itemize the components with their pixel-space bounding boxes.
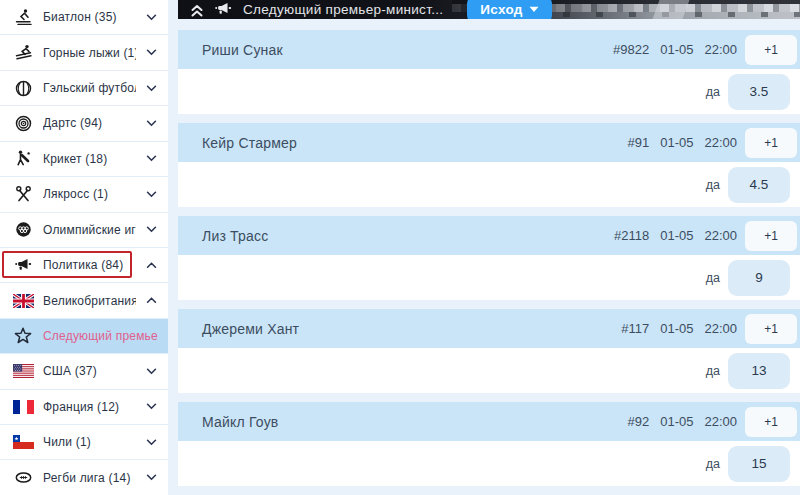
sidebar-item-label: Гэльский футбол (4) <box>43 81 136 95</box>
sidebar-item-label: США (37) <box>43 364 136 378</box>
odds-button[interactable]: 9 <box>728 260 790 296</box>
odds-row: да 9 <box>178 255 800 300</box>
chevron-up-icon[interactable] <box>145 262 158 269</box>
sidebar-item-darts[interactable]: Дартс (94) <box>0 106 168 141</box>
chevron-up-icon[interactable] <box>145 297 158 304</box>
sidebar-item-label: Дартс (94) <box>43 116 136 130</box>
more-markets-button[interactable]: +1 <box>745 314 797 344</box>
chile-flag-icon <box>12 435 34 449</box>
france-flag-icon <box>12 400 34 414</box>
candidate-name: Лиз Трасс <box>202 228 614 244</box>
megaphone-icon <box>12 256 34 275</box>
dropdown-arrow-icon <box>529 6 539 13</box>
megaphone-icon <box>214 0 233 19</box>
sidebar-item-label: Политика (84) <box>43 258 136 272</box>
market-rows: Риши Сунак #9822 01-05 22:00 +1 да 3.5 К… <box>178 19 800 495</box>
sidebar-item-label: Чили (1) <box>43 435 136 449</box>
sidebar-item-label: Олимпийские игр... <box>43 223 136 237</box>
event-id: #91 <box>628 135 650 150</box>
event-date: 01-05 <box>660 42 693 57</box>
odds-row: да 15 <box>178 441 800 486</box>
sidebar-item-label: Лякросс (1) <box>43 187 136 201</box>
chevron-down-icon[interactable] <box>145 155 158 162</box>
candidate-name: Кейр Стармер <box>202 135 628 151</box>
event-id: #117 <box>621 321 649 336</box>
sidebar-item-gaelic-football[interactable]: Гэльский футбол (4) <box>0 71 168 106</box>
sidebar-item-label: Горные лыжи (1) <box>43 46 136 60</box>
outcome-dropdown-button[interactable]: Исход <box>467 0 551 19</box>
sidebar-item-cricket[interactable]: Крикет (18) <box>0 142 168 177</box>
sidebar-item-label: Франция (12) <box>43 400 136 414</box>
event-date: 01-05 <box>660 414 693 429</box>
event-date: 01-05 <box>660 228 693 243</box>
chevron-down-icon[interactable] <box>145 14 158 21</box>
chevron-down-icon[interactable] <box>145 403 158 410</box>
sidebar-item-chile[interactable]: Чили (1) <box>0 425 168 460</box>
collapse-all-icon[interactable] <box>190 3 204 17</box>
candidate-block: Лиз Трасс #2118 01-05 22:00 +1 да 9 <box>178 216 800 300</box>
candidate-name: Джереми Хант <box>202 321 621 337</box>
candidate-header-row: Риши Сунак #9822 01-05 22:00 +1 <box>178 30 800 69</box>
odds-row: да 3.5 <box>178 69 800 114</box>
darts-icon <box>12 114 34 133</box>
alpine-skiing-icon <box>12 43 34 62</box>
candidate-header-row: Джереми Хант #117 01-05 22:00 +1 <box>178 309 800 348</box>
market-header-bar: Следующий премьер-минист... Исход <box>178 0 800 19</box>
chevron-down-icon[interactable] <box>145 368 158 375</box>
cricket-icon <box>12 149 34 168</box>
sidebar-item-politics[interactable]: Политика (84) <box>0 248 168 283</box>
sidebar-item-next-prime-minister[interactable]: Следующий премьер... <box>0 319 168 354</box>
rugby-ball-icon <box>12 468 34 487</box>
sports-sidebar: Биатлон (35) Горные лыжи (1) Гэльский фу… <box>0 0 168 495</box>
outcome-dropdown-label: Исход <box>480 2 522 17</box>
event-time: 22:00 <box>704 42 737 57</box>
sidebar-item-alpine-skiing[interactable]: Горные лыжи (1) <box>0 35 168 70</box>
star-icon <box>12 326 34 346</box>
more-markets-button[interactable]: +1 <box>745 407 797 437</box>
event-date: 01-05 <box>660 321 693 336</box>
sidebar-item-label: Следующий премьер... <box>43 329 158 343</box>
more-markets-button[interactable]: +1 <box>745 128 797 158</box>
more-markets-button[interactable]: +1 <box>745 221 797 251</box>
candidate-block: Кейр Стармер #91 01-05 22:00 +1 да 4.5 <box>178 123 800 207</box>
sidebar-item-rugby-league[interactable]: Регби лига (14) <box>0 460 168 494</box>
sidebar-item-usa[interactable]: США (37) <box>0 354 168 389</box>
sidebar-item-label: Регби лига (14) <box>43 471 136 485</box>
candidate-block: Джереми Хант #117 01-05 22:00 +1 да 13 <box>178 309 800 393</box>
event-id: #92 <box>628 414 650 429</box>
sidebar-item-united-kingdom[interactable]: Великобритания (... <box>0 283 168 318</box>
odds-button[interactable]: 15 <box>728 446 790 482</box>
odds-button[interactable]: 3.5 <box>728 74 790 110</box>
event-id: #9822 <box>613 42 649 57</box>
candidate-block: Майкл Гоув #92 01-05 22:00 +1 да 15 <box>178 402 800 486</box>
sidebar-main-divider <box>168 0 178 495</box>
app-window: Биатлон (35) Горные лыжи (1) Гэльский фу… <box>0 0 800 495</box>
odds-button[interactable]: 4.5 <box>728 167 790 203</box>
sidebar-item-lacrosse[interactable]: Лякросс (1) <box>0 177 168 212</box>
sidebar-item-label: Биатлон (35) <box>43 10 136 24</box>
yes-outcome-label: да <box>706 178 720 192</box>
yes-outcome-label: да <box>706 364 720 378</box>
sidebar-item-label: Великобритания (... <box>43 294 136 308</box>
chevron-down-icon[interactable] <box>145 439 158 446</box>
chevron-down-icon[interactable] <box>145 191 158 198</box>
odds-button[interactable]: 13 <box>728 353 790 389</box>
chevron-down-icon[interactable] <box>145 474 158 481</box>
chevron-down-icon[interactable] <box>145 120 158 127</box>
odds-row: да 4.5 <box>178 162 800 207</box>
event-id: #2118 <box>614 228 649 243</box>
gaelic-football-icon <box>12 79 34 98</box>
biathlon-icon <box>12 8 34 27</box>
yes-outcome-label: да <box>706 271 720 285</box>
chevron-down-icon[interactable] <box>145 226 158 233</box>
chevron-down-icon[interactable] <box>145 85 158 92</box>
candidate-header-row: Кейр Стармер #91 01-05 22:00 +1 <box>178 123 800 162</box>
more-markets-button[interactable]: +1 <box>745 35 797 65</box>
sidebar-item-biathlon[interactable]: Биатлон (35) <box>0 0 168 35</box>
event-time: 22:00 <box>704 135 737 150</box>
sidebar-item-olympic-games[interactable]: Олимпийские игр... <box>0 213 168 248</box>
lacrosse-icon <box>12 185 34 204</box>
chevron-down-icon[interactable] <box>145 49 158 56</box>
sidebar-item-label: Крикет (18) <box>43 152 136 166</box>
sidebar-item-france[interactable]: Франция (12) <box>0 390 168 425</box>
